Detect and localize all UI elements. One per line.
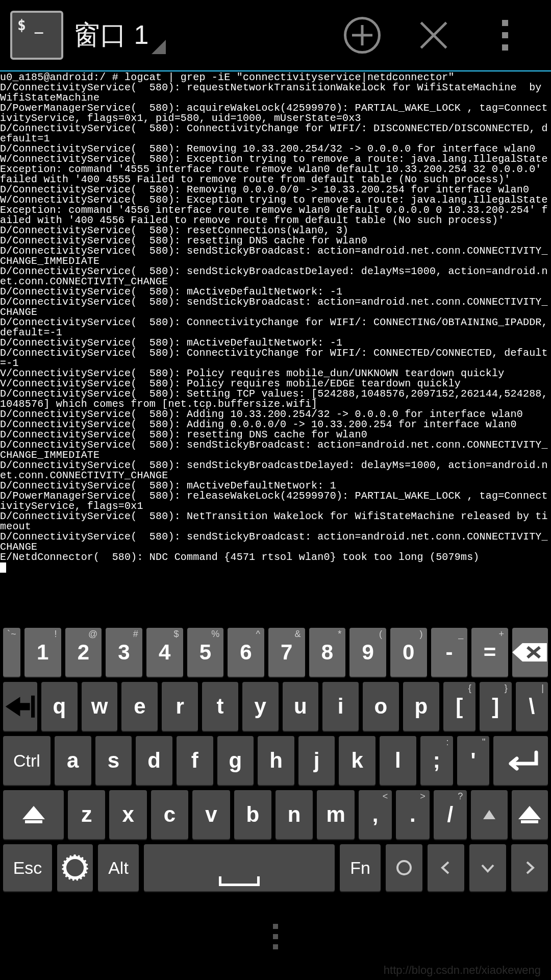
- key-ctrl[interactable]: Ctrl: [3, 736, 51, 785]
- key-=[interactable]: +=: [471, 628, 508, 677]
- key-punct[interactable]: :;: [420, 736, 453, 785]
- key-4[interactable]: $4: [146, 628, 183, 677]
- key-5[interactable]: %5: [187, 628, 224, 677]
- triangle-up-icon: [483, 810, 495, 819]
- key-alt[interactable]: Alt: [98, 844, 139, 891]
- shift-arrow-icon: [518, 806, 541, 819]
- key-backspace[interactable]: [512, 628, 548, 677]
- key-u[interactable]: u: [283, 682, 319, 731]
- arrow-left-icon: [438, 860, 454, 875]
- enter-icon: [500, 748, 541, 773]
- key-f[interactable]: f: [177, 736, 213, 785]
- key-l[interactable]: l: [380, 736, 416, 785]
- keyboard-row-4: zxcvbnm <,>.?/: [3, 790, 548, 839]
- key-punct[interactable]: <,: [359, 790, 392, 839]
- key-x[interactable]: x: [109, 790, 146, 839]
- plus-circle-icon: [344, 17, 381, 54]
- key-7[interactable]: &7: [268, 628, 305, 677]
- terminal-cursor: [0, 562, 6, 573]
- key-a[interactable]: a: [55, 736, 91, 785]
- key-o[interactable]: o: [363, 682, 399, 731]
- key-g[interactable]: g: [217, 736, 254, 785]
- key-fn[interactable]: Fn: [340, 844, 381, 891]
- key-0[interactable]: )0: [390, 628, 427, 677]
- key-punct[interactable]: ?/: [434, 790, 467, 839]
- key-arrow-right[interactable]: [511, 844, 548, 891]
- app-icon[interactable]: $ _: [10, 11, 63, 60]
- key-circle[interactable]: [386, 844, 422, 891]
- tab-icon: [3, 693, 37, 720]
- key-settings[interactable]: [57, 844, 93, 891]
- key-punct[interactable]: "': [457, 736, 490, 785]
- title-bar: $ _ 窗口 1: [0, 0, 551, 71]
- key-c[interactable]: c: [151, 790, 188, 839]
- key-r[interactable]: r: [162, 682, 198, 731]
- arrow-right-icon: [522, 860, 537, 875]
- key-w[interactable]: w: [82, 682, 118, 731]
- android-nav-handle[interactable]: [0, 924, 551, 949]
- key-shift-left[interactable]: [3, 790, 64, 839]
- key-punct[interactable]: }]: [480, 682, 512, 731]
- watermark: http://blog.csdn.net/xiaokeweng: [384, 964, 541, 977]
- key-8[interactable]: *8: [309, 628, 346, 677]
- svg-rect-4: [31, 695, 35, 717]
- key-y[interactable]: y: [242, 682, 279, 731]
- key-shift-right[interactable]: [512, 790, 548, 839]
- shift-arrow-icon: [22, 806, 45, 819]
- key-triangle[interactable]: [471, 790, 507, 839]
- circle-icon: [396, 860, 412, 875]
- key-arrow-down[interactable]: [469, 844, 506, 891]
- key-k[interactable]: k: [339, 736, 375, 785]
- terminal-output[interactable]: u0_a185@android:/ # logcat | grep -iE "c…: [0, 71, 551, 562]
- key-j[interactable]: j: [298, 736, 335, 785]
- key-i[interactable]: i: [322, 682, 359, 731]
- key-esc[interactable]: Esc: [3, 844, 52, 891]
- menu-dots-icon: [502, 20, 508, 51]
- key-m[interactable]: m: [317, 790, 354, 839]
- key-s[interactable]: s: [95, 736, 132, 785]
- arrow-down-icon: [480, 860, 495, 875]
- key-b[interactable]: b: [234, 790, 271, 839]
- svg-marker-3: [6, 697, 30, 716]
- key-d[interactable]: d: [136, 736, 172, 785]
- close-window-button[interactable]: [413, 15, 454, 56]
- keyboard-row-nav: Esc Alt Fn: [3, 844, 548, 891]
- svg-marker-0: [512, 643, 547, 662]
- keyboard-row-1: `~!1@2#3$4%5^6&7*8(9)0_-+=: [3, 628, 548, 677]
- dropdown-indicator-icon[interactable]: [152, 40, 166, 54]
- backspace-icon: [512, 642, 548, 663]
- close-icon: [419, 21, 448, 50]
- key-t[interactable]: t: [202, 682, 238, 731]
- key-3[interactable]: #3: [106, 628, 142, 677]
- key-z[interactable]: z: [68, 790, 105, 839]
- nav-dots-icon: [273, 924, 278, 949]
- keyboard-row-2: qwertyuiop {[}]|\: [3, 682, 548, 731]
- window-title[interactable]: 窗口 1: [73, 17, 148, 53]
- key-h[interactable]: h: [258, 736, 294, 785]
- gear-icon: [63, 856, 87, 879]
- on-screen-keyboard: `~!1@2#3$4%5^6&7*8(9)0_-+= qwertyuiop {[…: [0, 628, 551, 896]
- overflow-menu-button[interactable]: [485, 15, 525, 56]
- key-9[interactable]: (9: [349, 628, 386, 677]
- app-icon-prompt: $ _: [17, 17, 43, 34]
- key-punct[interactable]: {[: [443, 682, 475, 731]
- keyboard-row-3: Ctrl asdfghjkl :;"': [3, 736, 548, 785]
- key-n[interactable]: n: [276, 790, 313, 839]
- key-punct[interactable]: |\: [516, 682, 548, 731]
- key-tab[interactable]: [3, 682, 37, 731]
- key-arrow-left[interactable]: [428, 844, 464, 891]
- key-e[interactable]: e: [121, 682, 158, 731]
- key-backtick[interactable]: `~: [3, 628, 20, 677]
- key-2[interactable]: @2: [65, 628, 102, 677]
- key--[interactable]: _-: [431, 628, 468, 677]
- key-v[interactable]: v: [192, 790, 230, 839]
- add-window-button[interactable]: [342, 15, 383, 56]
- key-space[interactable]: [144, 844, 335, 891]
- key-q[interactable]: q: [41, 682, 78, 731]
- key-enter[interactable]: [493, 736, 548, 785]
- key-p[interactable]: p: [403, 682, 439, 731]
- key-6[interactable]: ^6: [228, 628, 264, 677]
- key-punct[interactable]: >.: [396, 790, 429, 839]
- key-1[interactable]: !1: [24, 628, 61, 677]
